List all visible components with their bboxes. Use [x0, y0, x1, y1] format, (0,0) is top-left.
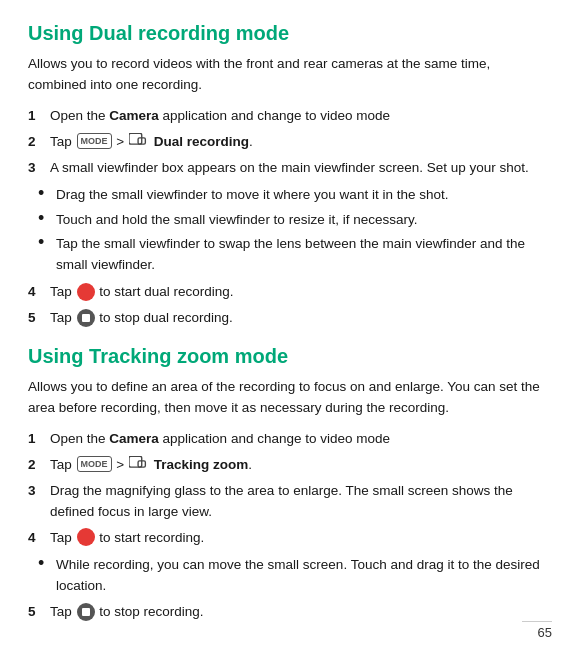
bullet-dot: •	[38, 208, 52, 230]
page-content: Using Dual recording mode Allows you to …	[28, 20, 552, 623]
page-divider	[522, 621, 552, 622]
bullet-item: • While recording, you can move the smal…	[28, 555, 552, 597]
step-content: Tap to start dual recording.	[50, 282, 552, 303]
step-item: 2 Tap MODE > Tracking zoom.	[28, 455, 552, 476]
bold-tracking: Tracking zoom	[150, 457, 248, 472]
mode-icon: MODE	[77, 456, 112, 472]
step-number: 5	[28, 602, 46, 623]
step-item: 4 Tap to start recording.	[28, 528, 552, 549]
step-content: A small viewfinder box appears on the ma…	[50, 158, 552, 179]
step-item: 4 Tap to start dual recording.	[28, 282, 552, 303]
step-item: 3 Drag the magnifying glass to the area …	[28, 481, 552, 523]
tracking-zoom-icon	[129, 456, 149, 472]
section-tracking-zoom: Using Tracking zoom mode Allows you to d…	[28, 343, 552, 623]
mode-icon: MODE	[77, 133, 112, 149]
step-number: 1	[28, 429, 46, 450]
section1-intro: Allows you to record videos with the fro…	[28, 54, 552, 96]
step-number: 4	[28, 282, 46, 303]
step-content: Tap MODE > Dual recording.	[50, 132, 552, 153]
bullet-content: Tap the small viewfinder to swap the len…	[56, 234, 552, 276]
step-content: Drag the magnifying glass to the area to…	[50, 481, 552, 523]
step-content: Tap MODE > Tracking zoom.	[50, 455, 552, 476]
step-item: 5 Tap to stop dual recording.	[28, 308, 552, 329]
bold-dual: Dual recording	[150, 134, 249, 149]
step-item: 1 Open the Camera application and change…	[28, 106, 552, 127]
section1-title: Using Dual recording mode	[28, 20, 552, 46]
record-icon	[77, 283, 95, 301]
bullet-item: • Drag the small viewfinder to move it w…	[28, 185, 552, 206]
step-number: 2	[28, 455, 46, 476]
bullet-item: • Tap the small viewfinder to swap the l…	[28, 234, 552, 276]
step-number: 3	[28, 158, 46, 179]
bold-camera: Camera	[109, 108, 159, 123]
bullet-dot: •	[38, 183, 52, 205]
section2-intro: Allows you to define an area of the reco…	[28, 377, 552, 419]
bullet-content: While recording, you can move the small …	[56, 555, 552, 597]
svg-rect-2	[129, 457, 142, 468]
bullet-dot: •	[38, 232, 52, 254]
dual-recording-icon	[129, 133, 149, 149]
step-number: 5	[28, 308, 46, 329]
page-number: 65	[538, 625, 552, 640]
step-item: 5 Tap to stop recording.	[28, 602, 552, 623]
section-dual-recording: Using Dual recording mode Allows you to …	[28, 20, 552, 329]
step-number: 3	[28, 481, 46, 502]
bullet-content: Touch and hold the small viewfinder to r…	[56, 210, 552, 231]
step-content: Open the Camera application and change t…	[50, 106, 552, 127]
step-content: Tap to stop recording.	[50, 602, 552, 623]
bullet-dot: •	[38, 553, 52, 575]
bold-camera: Camera	[109, 431, 159, 446]
step-number: 4	[28, 528, 46, 549]
stop-icon	[77, 309, 95, 327]
step-item: 1 Open the Camera application and change…	[28, 429, 552, 450]
record-icon	[77, 528, 95, 546]
step-content: Open the Camera application and change t…	[50, 429, 552, 450]
step-number: 2	[28, 132, 46, 153]
step-content: Tap to stop dual recording.	[50, 308, 552, 329]
step-content: Tap to start recording.	[50, 528, 552, 549]
bullet-content: Drag the small viewfinder to move it whe…	[56, 185, 552, 206]
step-item: 2 Tap MODE > Dual recording.	[28, 132, 552, 153]
section2-title: Using Tracking zoom mode	[28, 343, 552, 369]
bullet-item: • Touch and hold the small viewfinder to…	[28, 210, 552, 231]
step-item: 3 A small viewfinder box appears on the …	[28, 158, 552, 179]
stop-icon	[77, 603, 95, 621]
step-number: 1	[28, 106, 46, 127]
svg-rect-0	[129, 133, 142, 144]
